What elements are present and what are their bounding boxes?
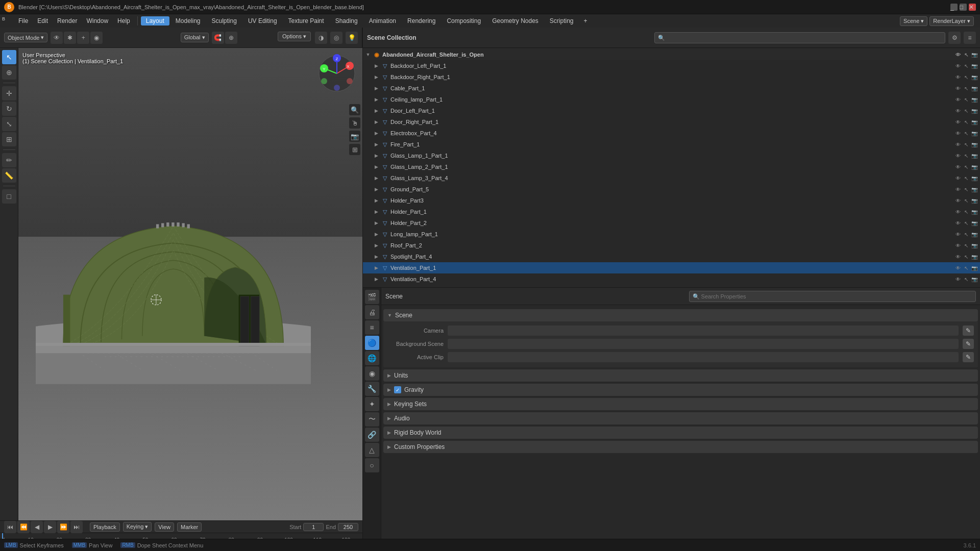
render-icon[interactable]: 📷: [971, 264, 978, 271]
workspace-shading[interactable]: Shading: [330, 16, 363, 26]
expand-icon[interactable]: ▼: [365, 52, 371, 58]
background-scene-value[interactable]: [448, 339, 959, 349]
render-icon[interactable]: 📷: [971, 219, 978, 227]
viewport-icon-3[interactable]: +: [77, 32, 89, 44]
visibility-icon[interactable]: 👁: [954, 287, 962, 287]
render-icon[interactable]: 📷: [971, 107, 978, 114]
rigid-body-section-header[interactable]: ▶ Rigid Body World: [383, 427, 978, 439]
annotate-tool[interactable]: ✏: [2, 153, 16, 167]
render-icon[interactable]: 📷: [971, 96, 978, 103]
render-mode-solid[interactable]: ◑: [315, 32, 327, 44]
end-frame-input[interactable]: 250: [338, 523, 358, 531]
properties-search[interactable]: [689, 291, 976, 302]
workspace-modeling[interactable]: Modeling: [170, 16, 206, 26]
blender-logo-menu[interactable]: B: [2, 16, 11, 26]
expand-icon[interactable]: ▶: [373, 130, 379, 136]
camera-pick-icon[interactable]: ✎: [963, 325, 974, 336]
units-section-header[interactable]: ▶ Units: [383, 369, 978, 382]
rotate-tool[interactable]: ↻: [2, 102, 16, 116]
navigation-gizmo[interactable]: X Y Z: [316, 53, 357, 94]
select-icon[interactable]: ↖: [963, 152, 970, 159]
workspace-scripting[interactable]: Scripting: [545, 16, 579, 26]
expand-icon[interactable]: ▶: [373, 96, 379, 103]
render-icon[interactable]: 📷: [971, 51, 978, 58]
add-cube-tool[interactable]: □: [2, 189, 16, 204]
workspace-rendering[interactable]: Rendering: [402, 16, 440, 26]
scale-tool[interactable]: ⤡: [2, 117, 16, 131]
visibility-icon[interactable]: 👁: [954, 130, 962, 137]
visibility-icon[interactable]: 👁: [954, 174, 962, 182]
gravity-section-header[interactable]: ▶ ✓ Gravity: [383, 384, 978, 396]
select-icon[interactable]: ↖: [963, 197, 970, 204]
world-props-icon[interactable]: 🌐: [365, 351, 379, 365]
start-frame-input[interactable]: 1: [303, 523, 324, 531]
select-icon[interactable]: ↖: [963, 118, 970, 126]
select-icon[interactable]: ↖: [963, 96, 970, 103]
list-item[interactable]: ▶ ▽ Holder_Part3 👁 ↖ 📷: [363, 195, 980, 206]
timeline-next-frame[interactable]: ⏩: [57, 521, 69, 533]
workspace-sculpting[interactable]: Sculpting: [207, 16, 242, 26]
render-icon[interactable]: 📷: [971, 231, 978, 238]
select-icon[interactable]: ↖: [963, 208, 970, 215]
viewport-icon-4[interactable]: ◉: [90, 32, 103, 44]
camera-value[interactable]: [448, 325, 959, 336]
list-item[interactable]: ▶ ▽ Spotlight_Part_4 👁 ↖ 📷: [363, 251, 980, 262]
workspace-layout[interactable]: Layout: [141, 16, 169, 26]
list-item[interactable]: ▶ ▽ Door_Right_Part_1 👁 ↖ 📷: [363, 116, 980, 128]
visibility-icon[interactable]: 👁: [954, 231, 962, 238]
data-icon[interactable]: △: [365, 443, 379, 457]
audio-section-header[interactable]: ▶ Audio: [383, 412, 978, 424]
workspace-texture-paint[interactable]: Texture Paint: [283, 16, 329, 26]
render-icon[interactable]: 📷: [971, 276, 978, 283]
material-icon[interactable]: ○: [365, 458, 379, 472]
outliner-search[interactable]: [654, 32, 946, 43]
timeline-play[interactable]: ▶: [44, 521, 56, 533]
menu-file[interactable]: File: [14, 16, 32, 26]
select-icon[interactable]: ↖: [963, 141, 970, 148]
timeline-play-end[interactable]: ⏭: [70, 521, 83, 533]
maximize-button[interactable]: □: [960, 4, 967, 11]
zoom-in-icon[interactable]: 🔍: [349, 104, 360, 115]
render-icon[interactable]: 📷: [971, 197, 978, 204]
render-icon[interactable]: 📷: [971, 163, 978, 170]
visibility-icon[interactable]: 👁: [954, 163, 962, 170]
list-item[interactable]: ▶ ▽ Holder_Part_1 👁 ↖ 📷: [363, 206, 980, 217]
expand-icon[interactable]: ▶: [373, 141, 379, 147]
list-item[interactable]: ▶ ▽ Backdoor_Left_Part_1 👁 ↖ 📷: [363, 60, 980, 71]
visibility-icon[interactable]: 👁: [954, 219, 962, 227]
workspace-uv-editing[interactable]: UV Editing: [243, 16, 282, 26]
visibility-icon[interactable]: 👁: [954, 253, 962, 260]
select-icon[interactable]: ↖: [963, 163, 970, 170]
visibility-icon[interactable]: 👁: [954, 62, 962, 69]
constraints-icon[interactable]: 🔗: [365, 428, 379, 442]
render-icon[interactable]: 📷: [971, 130, 978, 137]
expand-icon[interactable]: ▶: [373, 242, 379, 248]
expand-icon[interactable]: ▶: [373, 197, 379, 204]
list-item[interactable]: ▶ ▽ Electrobox_Part_4 👁 ↖ 📷: [363, 128, 980, 139]
render-mode-material[interactable]: ◎: [330, 32, 342, 44]
expand-icon[interactable]: ▶: [373, 254, 379, 260]
menu-window[interactable]: Window: [82, 16, 112, 26]
renderlayer-selector[interactable]: RenderLayer ▾: [929, 16, 974, 26]
select-icon[interactable]: ↖: [963, 174, 970, 182]
render-icon[interactable]: 📷: [971, 118, 978, 126]
transform-icon[interactable]: ⊕: [225, 32, 237, 44]
gravity-checkbox[interactable]: ✓: [394, 386, 401, 393]
list-item[interactable]: ▶ ▽ Long_lamp_Part_1 👁 ↖ 📷: [363, 229, 980, 240]
list-item[interactable]: ▶ ▽ Roof_Part_2 👁 ↖ 📷: [363, 240, 980, 251]
expand-icon[interactable]: ▶: [373, 209, 379, 215]
scene-selector[interactable]: Scene ▾: [900, 16, 927, 26]
render-icon[interactable]: 📷: [971, 62, 978, 69]
list-item[interactable]: ▶ ▽ Cable_Part_1 👁 ↖ 📷: [363, 83, 980, 94]
cursor-tool[interactable]: ⊕: [2, 65, 16, 80]
list-item[interactable]: ▶ ▽ Fire_Part_1 👁 ↖ 📷: [363, 139, 980, 150]
expand-icon[interactable]: ▶: [373, 63, 379, 69]
select-icon[interactable]: ↖: [963, 264, 970, 271]
workspace-compositing[interactable]: Compositing: [442, 16, 486, 26]
modifiers-icon[interactable]: 🔧: [365, 382, 379, 396]
scene-props-icon[interactable]: 🔵: [365, 336, 379, 350]
viewport-icon-2[interactable]: ✱: [64, 32, 76, 44]
menu-render[interactable]: Render: [53, 16, 81, 26]
view-dropdown[interactable]: View: [155, 522, 174, 532]
viewport-icon-1[interactable]: 👁: [51, 32, 63, 44]
